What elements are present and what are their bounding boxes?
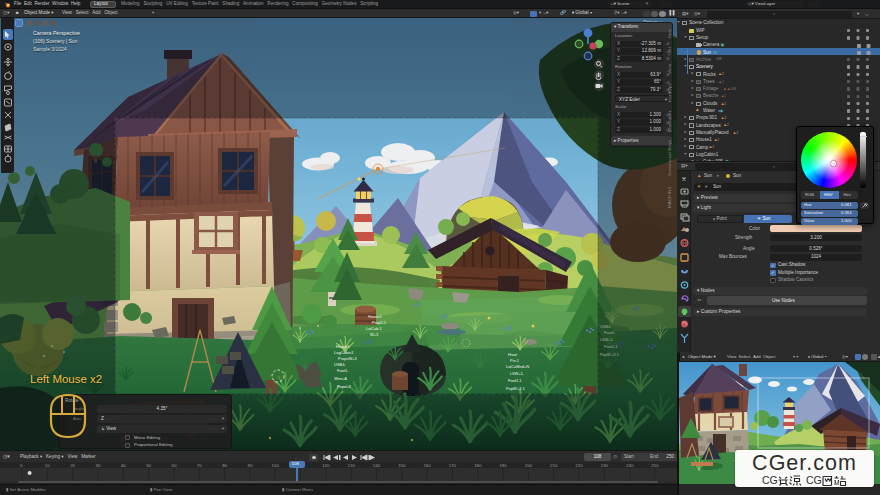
svg-text:LftW+1.: LftW+1.	[510, 371, 524, 376]
svg-text:House1: House1	[336, 344, 351, 349]
svg-text:House1: House1	[368, 314, 383, 319]
svg-text:USB4.: USB4.	[334, 362, 346, 367]
svg-text:Prop2.1: Prop2.1	[372, 320, 387, 325]
svg-text:CG: CG	[806, 475, 822, 486]
svg-text:Foot1.: Foot1.	[337, 368, 348, 373]
svg-text:LwCab.1: LwCab.1	[366, 326, 383, 331]
svg-text:W+3: W+3	[370, 332, 379, 337]
svg-text:Foot1.1: Foot1.1	[508, 378, 522, 383]
svg-text:Wres.A: Wres.A	[334, 376, 347, 381]
svg-text:CG: CG	[762, 475, 778, 486]
svg-text:PopeL3: PopeL3	[337, 384, 352, 389]
svg-text:Prv.1: Prv.1	[510, 358, 520, 363]
svg-text:PropsW+3: PropsW+3	[338, 356, 358, 361]
svg-text:Hswt: Hswt	[508, 352, 518, 357]
svg-text:LwCaMnd+N: LwCaMnd+N	[506, 364, 529, 369]
svg-text:PopW+3 1: PopW+3 1	[506, 386, 526, 391]
svg-text:LogCabin1: LogCabin1	[334, 350, 354, 355]
